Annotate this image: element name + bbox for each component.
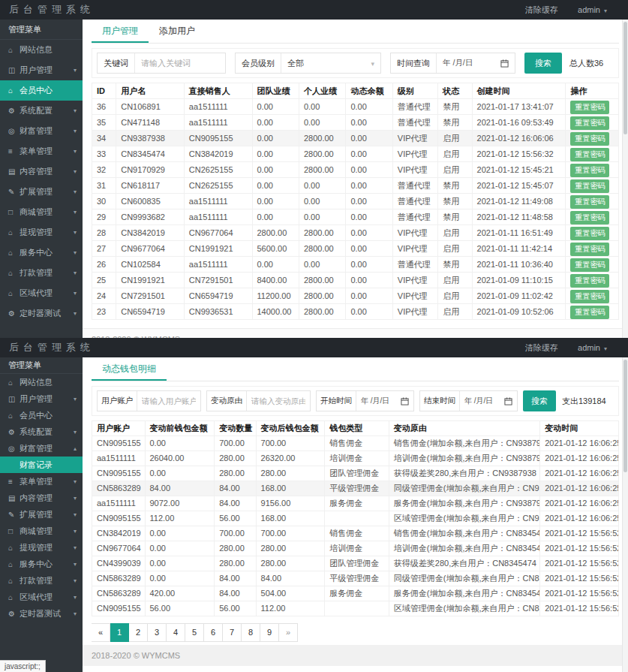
sidebar-item[interactable]: ≡ 菜单管理 ▾ <box>0 141 83 161</box>
sidebar-item[interactable]: ⌂ 区域代理 ▾ <box>0 589 83 605</box>
reset-password-button[interactable]: 重置密码 <box>570 179 609 193</box>
table-row[interactable]: CN9095155 0.00 700.00 700.00 销售佣金 销售佣金(增… <box>92 436 619 451</box>
sidebar-item[interactable]: ◎ 财富管理 ▾ <box>0 121 83 141</box>
table-row[interactable]: 26 CN102584 aa1511111 0.00 0.00 0.00 普通代… <box>92 257 619 273</box>
sidebar-item[interactable]: ◫ 用户管理 ▾ <box>0 60 83 80</box>
sidebar-item[interactable]: ✎ 扩展管理 ▾ <box>0 182 83 202</box>
user-dropdown[interactable]: admin <box>578 343 607 352</box>
table-row[interactable]: 27 CN9677064 CN1991921 5600.00 2800.00 0… <box>92 241 619 257</box>
reset-password-button[interactable]: 重置密码 <box>570 243 609 256</box>
sidebar-item[interactable]: ⚙ 定时器测试 ▾ <box>0 605 83 622</box>
search-button[interactable]: 搜索 <box>523 390 556 411</box>
tab[interactable]: 动态钱包明细 <box>92 357 167 381</box>
account-input[interactable] <box>137 391 200 411</box>
clear-cache-link[interactable]: 清除缓存 <box>525 5 558 16</box>
sidebar-item[interactable]: ✎ 扩展管理 ▾ <box>0 506 83 523</box>
table-row[interactable]: 24 CN7291501 CN6594719 11200.00 2800.00 … <box>92 288 619 304</box>
sidebar-item[interactable]: ⌂ 服务中心 ▾ <box>0 243 83 263</box>
table-row[interactable]: CN3842019 0.00 700.00 700.00 销售佣金 销售佣金(增… <box>92 526 619 541</box>
reset-password-button[interactable]: 重置密码 <box>570 258 609 272</box>
reset-password-button[interactable]: 重置密码 <box>570 116 609 130</box>
table-row[interactable]: CN9677064 0.00 280.00 280.00 培训佣金 培训佣金(增… <box>92 541 619 556</box>
page-button[interactable]: 5 <box>185 623 204 642</box>
table-row[interactable]: CN9095155 112.00 56.00 168.00 区域管理佣金(增加余… <box>92 511 619 526</box>
reset-password-button[interactable]: 重置密码 <box>570 148 609 161</box>
sidebar-item[interactable]: 管理菜单 <box>0 20 83 40</box>
sidebar-item[interactable]: ⌂ 网站信息 <box>0 374 83 390</box>
page-button[interactable]: 1 <box>110 623 129 642</box>
table-row[interactable]: CN9095155 0.00 280.00 280.00 团队管理佣金 获得级差… <box>92 466 619 481</box>
sidebar-item[interactable]: □ 商城管理 ▾ <box>0 202 83 222</box>
clear-cache-link[interactable]: 清除缓存 <box>525 342 558 354</box>
sidebar-item[interactable]: ◫ 用户管理 ▾ <box>0 390 83 407</box>
sidebar-item[interactable]: 管理菜单 <box>0 357 83 374</box>
table-row[interactable]: 25 CN1991921 CN7291501 8400.00 2800.00 0… <box>92 273 619 288</box>
sidebar-item[interactable]: ⚙ 系统配置 ▾ <box>0 101 83 121</box>
page-button[interactable]: 8 <box>242 623 260 642</box>
table-row[interactable]: 23 CN6594719 CN9936531 14000.00 2800.00 … <box>92 304 619 320</box>
page-button[interactable]: 6 <box>204 623 223 642</box>
reason-input[interactable] <box>247 391 310 411</box>
sidebar-item[interactable]: ⌂ 网站信息 <box>0 40 83 60</box>
table-row[interactable]: 29 CN9993682 aa1511111 0.00 0.00 0.00 普通… <box>92 209 619 225</box>
start-date-input[interactable]: 年 /月/日 <box>356 391 413 411</box>
sidebar-item[interactable]: ≡ 菜单管理 ▾ <box>0 473 83 490</box>
table-row[interactable]: CN5863289 84.00 84.00 168.00 平级管理佣金 同级管理… <box>92 481 619 496</box>
page-button[interactable]: 3 <box>148 623 167 642</box>
page-button[interactable]: 7 <box>223 623 242 642</box>
reset-password-button[interactable]: 重置密码 <box>570 211 609 225</box>
sidebar-item[interactable]: ⚙ 系统配置 ▾ <box>0 423 83 440</box>
table-row[interactable]: 30 CN600835 aa1511111 0.00 0.00 0.00 普通代… <box>92 194 619 209</box>
keyword-input[interactable] <box>135 53 225 73</box>
table-row[interactable]: 28 CN3842019 CN9677064 2800.00 2800.00 0… <box>92 225 619 241</box>
reset-password-button[interactable]: 重置密码 <box>570 132 609 146</box>
table-row[interactable]: aa1511111 9072.00 84.00 9156.00 服务佣金 服务佣… <box>92 496 619 511</box>
sidebar-item[interactable]: 财富记录 <box>0 457 83 473</box>
tab[interactable]: 添加用户 <box>149 20 206 43</box>
sidebar-item[interactable]: ◎ 财富管理 ▴ <box>0 440 83 457</box>
table-row[interactable]: aa1511111 26040.00 280.00 26320.00 培训佣金 … <box>92 451 619 466</box>
table-row[interactable]: 33 CN8345474 CN3842019 0.00 2800.00 0.00… <box>92 146 619 162</box>
sidebar-item[interactable]: ⌂ 服务中心 ▾ <box>0 556 83 572</box>
table-row[interactable]: 31 CN618117 CN2625155 0.00 0.00 0.00 普通代… <box>92 178 619 194</box>
sidebar-item[interactable]: ⌂ 会员中心 <box>0 80 83 101</box>
reset-password-button[interactable]: 重置密码 <box>570 274 609 288</box>
page-button[interactable]: » <box>279 623 298 642</box>
tab[interactable]: 用户管理 <box>92 20 149 43</box>
reset-password-button[interactable]: 重置密码 <box>570 306 609 319</box>
date-input[interactable]: 年 /月/日 <box>437 53 515 73</box>
sidebar-item[interactable]: □ 商城管理 ▾ <box>0 523 83 539</box>
scrollbar[interactable] <box>622 357 628 672</box>
table-row[interactable]: CN9095155 56.00 56.00 112.00 区域管理佣金(增加余额… <box>92 601 619 616</box>
table-row[interactable]: 32 CN9170929 CN2625155 0.00 2800.00 0.00… <box>92 162 619 178</box>
table-row[interactable]: 36 CN106891 aa1511111 0.00 0.00 0.00 普通代… <box>92 99 619 115</box>
reset-password-button[interactable]: 重置密码 <box>570 290 609 303</box>
sidebar-item[interactable]: ⚙ 定时器测试 ▾ <box>0 303 83 324</box>
sidebar-item[interactable]: ⌂ 打款管理 ▾ <box>0 263 83 283</box>
end-date-input[interactable]: 年 /月/日 <box>460 391 517 411</box>
member-level-select[interactable]: 全部 <box>281 53 380 73</box>
page-button[interactable]: 2 <box>129 623 148 642</box>
sidebar-item[interactable]: ⌂ 区域代理 ▾ <box>0 283 83 303</box>
scrollbar-thumb[interactable] <box>623 22 627 134</box>
scrollbar[interactable] <box>622 20 628 338</box>
table-row[interactable]: 35 CN471148 aa1511111 0.00 0.00 0.00 普通代… <box>92 115 619 131</box>
sidebar-item[interactable]: ▤ 内容管理 ▾ <box>0 161 83 182</box>
page-button[interactable]: « <box>92 623 110 642</box>
sidebar-item[interactable]: ⌂ 会员中心 <box>0 407 83 423</box>
page-button[interactable]: 4 <box>167 623 185 642</box>
table-row[interactable]: 34 CN9387938 CN9095155 0.00 2800.00 0.00… <box>92 131 619 146</box>
user-dropdown[interactable]: admin <box>578 5 607 14</box>
sidebar-item[interactable]: ⌂ 提现管理 ▾ <box>0 222 83 243</box>
table-row[interactable]: CN5863289 420.00 84.00 504.00 服务佣金 服务佣金(… <box>92 586 619 601</box>
reset-password-button[interactable]: 重置密码 <box>570 227 609 240</box>
reset-password-button[interactable]: 重置密码 <box>570 101 609 114</box>
sidebar-item[interactable]: ▤ 内容管理 ▾ <box>0 490 83 506</box>
page-button[interactable]: 9 <box>260 623 279 642</box>
reset-password-button[interactable]: 重置密码 <box>570 195 609 209</box>
table-row[interactable]: CN5863289 0.00 84.00 84.00 平级管理佣金 同级管理佣金… <box>92 571 619 586</box>
reset-password-button[interactable]: 重置密码 <box>570 164 609 177</box>
sidebar-item[interactable]: ⌂ 提现管理 ▾ <box>0 539 83 556</box>
sidebar-item[interactable]: ⌂ 打款管理 ▾ <box>0 572 83 589</box>
search-button[interactable]: 搜索 <box>524 53 562 74</box>
